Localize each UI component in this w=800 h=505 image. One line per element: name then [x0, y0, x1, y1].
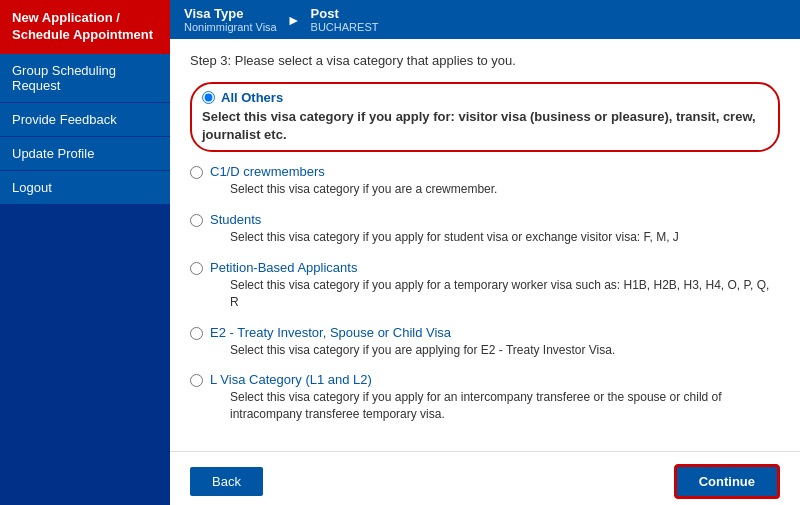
- step-instruction: Step 3: Please select a visa category th…: [190, 53, 780, 68]
- e2-radio[interactable]: [190, 327, 203, 340]
- main-content: Visa Type Nonimmigrant Visa ► Post BUCHA…: [170, 0, 800, 505]
- lvisa-label: L Visa Category (L1 and L2): [210, 372, 780, 387]
- all-others-radio-row: All Others: [202, 90, 768, 105]
- lvisa-description: Select this visa category if you apply f…: [230, 389, 780, 423]
- option-petition: Petition-Based Applicants Select this vi…: [190, 260, 780, 311]
- students-radio[interactable]: [190, 214, 203, 227]
- visa-type-sub: Nonimmigrant Visa: [184, 21, 277, 33]
- content-area: Step 3: Please select a visa category th…: [170, 39, 800, 451]
- petition-label: Petition-Based Applicants: [210, 260, 780, 275]
- option-students: Students Select this visa category if yo…: [190, 212, 780, 246]
- petition-radio[interactable]: [190, 262, 203, 275]
- c1d-radio[interactable]: [190, 166, 203, 179]
- petition-description: Select this visa category if you apply f…: [230, 277, 780, 311]
- students-description: Select this visa category if you apply f…: [230, 229, 679, 246]
- sidebar-item-new-application[interactable]: New Application / Schedule Appointment: [0, 0, 170, 54]
- lvisa-radio[interactable]: [190, 374, 203, 387]
- e2-label: E2 - Treaty Investor, Spouse or Child Vi…: [210, 325, 615, 340]
- all-others-radio[interactable]: [202, 91, 215, 104]
- all-others-highlight: All Others Select this visa category if …: [190, 82, 780, 152]
- progress-step-visa-type: Visa Type Nonimmigrant Visa: [184, 6, 277, 33]
- sidebar-item-update-profile[interactable]: Update Profile: [0, 137, 170, 171]
- progress-arrow-1: ►: [287, 12, 301, 28]
- sidebar-item-logout[interactable]: Logout: [0, 171, 170, 205]
- progress-bar: Visa Type Nonimmigrant Visa ► Post BUCHA…: [170, 0, 800, 39]
- all-others-label[interactable]: All Others: [221, 90, 283, 105]
- progress-step-post: Post BUCHAREST: [311, 6, 379, 33]
- c1d-description: Select this visa category if you are a c…: [230, 181, 497, 198]
- sidebar: New Application / Schedule Appointment G…: [0, 0, 170, 505]
- back-button[interactable]: Back: [190, 467, 263, 496]
- e2-description: Select this visa category if you are app…: [230, 342, 615, 359]
- c1d-label: C1/D crewmembers: [210, 164, 497, 179]
- post-sub: BUCHAREST: [311, 21, 379, 33]
- post-label: Post: [311, 6, 379, 21]
- option-e2: E2 - Treaty Investor, Spouse or Child Vi…: [190, 325, 780, 359]
- sidebar-item-group-scheduling[interactable]: Group Scheduling Request: [0, 54, 170, 103]
- all-others-description: Select this visa category if you apply f…: [202, 108, 768, 144]
- option-c1d: C1/D crewmembers Select this visa catego…: [190, 164, 780, 198]
- button-bar: Back Continue: [170, 451, 800, 505]
- visa-type-label: Visa Type: [184, 6, 277, 21]
- sidebar-item-provide-feedback[interactable]: Provide Feedback: [0, 103, 170, 137]
- students-label: Students: [210, 212, 679, 227]
- option-lvisa: L Visa Category (L1 and L2) Select this …: [190, 372, 780, 423]
- continue-button[interactable]: Continue: [674, 464, 780, 499]
